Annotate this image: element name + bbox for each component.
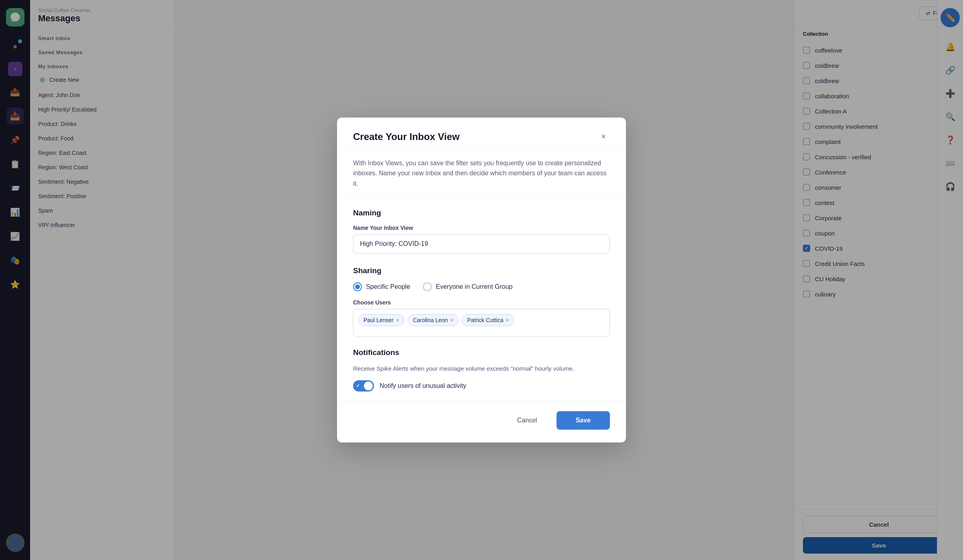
modal-title: Create Your Inbox View: [353, 131, 459, 142]
radio-specific-label: Specific People: [366, 283, 410, 290]
inbox-name-input[interactable]: [353, 234, 610, 254]
notifications-section: Notifications Receive Spike Alerts when …: [337, 337, 626, 392]
user-tag-patrick-name: Patrick Cuttica: [467, 317, 503, 323]
modal-cancel-button[interactable]: Cancel: [504, 411, 550, 430]
naming-section-title: Naming: [353, 209, 610, 217]
modal-overlay: Create Your Inbox View × With Inbox View…: [0, 0, 963, 560]
modal-footer: Cancel Save: [337, 401, 626, 442]
modal-close-button[interactable]: ×: [597, 130, 610, 143]
user-tag-patrick: Patrick Cuttica ×: [462, 314, 514, 326]
radio-specific-circle: [353, 282, 362, 291]
user-tag-carolina: Carolina Leon ×: [408, 314, 459, 326]
users-box[interactable]: Paul Lenser × Carolina Leon × Patrick Cu…: [353, 309, 610, 337]
choose-users-label: Choose Users: [353, 299, 610, 306]
sharing-options-row: Specific People Everyone in Current Grou…: [353, 282, 610, 291]
user-tag-paul: Paul Lenser ×: [358, 314, 404, 326]
remove-carolina-button[interactable]: ×: [450, 317, 453, 323]
radio-specific-people[interactable]: Specific People: [353, 282, 410, 291]
inbox-name-label: Name Your Inbox View: [353, 225, 610, 231]
radio-everyone-group[interactable]: Everyone in Current Group: [423, 282, 512, 291]
radio-group-circle: [423, 282, 432, 291]
toggle-label: Notify users of unusual activity: [380, 382, 466, 390]
modal-header: Create Your Inbox View ×: [337, 118, 626, 150]
unusual-activity-toggle[interactable]: ✓: [353, 380, 374, 392]
sharing-section: Sharing Specific People Everyone in Curr…: [337, 255, 626, 337]
modal-save-button[interactable]: Save: [557, 411, 610, 430]
remove-paul-button[interactable]: ×: [396, 317, 399, 323]
radio-group-label: Everyone in Current Group: [436, 283, 512, 290]
remove-patrick-button[interactable]: ×: [506, 317, 509, 323]
notifications-section-title: Notifications: [353, 348, 610, 357]
toggle-row: ✓ Notify users of unusual activity: [353, 380, 610, 392]
user-tag-paul-name: Paul Lenser: [364, 317, 394, 323]
modal-dialog: Create Your Inbox View × With Inbox View…: [337, 118, 626, 442]
user-tag-carolina-name: Carolina Leon: [413, 317, 448, 323]
naming-section: Naming Name Your Inbox View: [337, 197, 626, 255]
sharing-section-title: Sharing: [353, 266, 610, 275]
modal-description: With Inbox Views, you can save the filte…: [337, 150, 626, 197]
notifications-description: Receive Spike Alerts when your message v…: [353, 364, 610, 373]
toggle-check-icon: ✓: [356, 383, 360, 389]
